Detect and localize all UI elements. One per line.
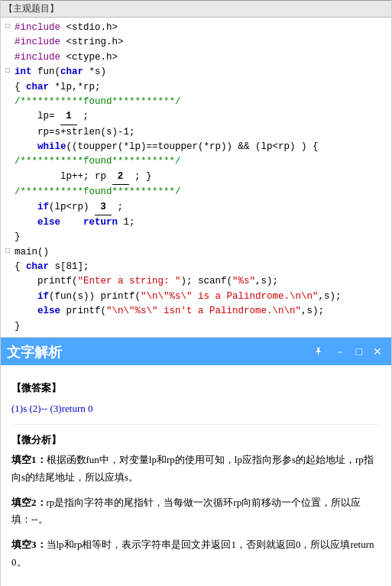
- code-comment: /***********found***********/: [15, 185, 181, 199]
- code-line: #include <ctype.h>: [5, 50, 387, 65]
- code-text: else return 1;: [15, 215, 135, 230]
- blank2-text: rp是指向字符串的尾指针，当每做一次循环rp向前移动一个位置，所以应填：--。: [11, 497, 361, 526]
- code-text: while((toupper(*lp)==toupper(*rp)) && (l…: [15, 140, 319, 154]
- micro-answer-content: (1)s (2)-- (3)return 0: [11, 400, 381, 417]
- code-line: /***********found***********/: [5, 185, 387, 199]
- code-text: #include <stdio.h>: [15, 21, 118, 35]
- code-line: □ #include <stdio.h>: [5, 21, 387, 35]
- code-line: if(lp<rp) 3 ;: [5, 200, 387, 215]
- blank1-label: 填空1：: [11, 454, 47, 465]
- collapse-icon[interactable]: □: [5, 21, 13, 33]
- code-text: }: [15, 230, 21, 244]
- code-line: printf("Enter a string: "); scanf("%s",s…: [5, 274, 387, 289]
- code-title-label: 【主观题目】: [4, 3, 59, 14]
- code-line: while((toupper(*lp)==toupper(*rp)) && (l…: [5, 140, 387, 154]
- code-body: □ #include <stdio.h> #include <string.h>…: [1, 18, 391, 337]
- code-line: lp= 1 ;: [5, 109, 387, 125]
- code-comment: /***********found***********/: [15, 95, 181, 109]
- analysis-blank1: 填空1：根据函数fun中，对变量lp和rp的使用可知，lp应指向形参s的起始地址…: [11, 452, 381, 487]
- pin-button[interactable]: 🖈: [310, 346, 327, 358]
- code-text: lp= 1 ;: [15, 109, 89, 125]
- code-text: rp=s+strlen(s)-1;: [15, 125, 135, 140]
- code-text: { char *lp,*rp;: [15, 80, 101, 95]
- code-line: }: [5, 230, 387, 244]
- micro-answer-title: 【微答案】: [11, 379, 381, 397]
- code-line: if(fun(s)) printf("\n\"%s\" is a Palindr…: [5, 290, 387, 304]
- analysis-section: 文字解析 🖈 － □ ✕ 【微答案】 (1)s (2)-- (3)return …: [0, 338, 392, 586]
- code-line: /***********found***********/: [5, 95, 387, 109]
- analysis-controls: 🖈 － □ ✕: [310, 345, 385, 359]
- analysis-blank3: 填空3：当lp和rp相等时，表示字符串是回文并返回1，否则就返回0，所以应填re…: [11, 536, 381, 571]
- code-line: #include <string.h>: [5, 35, 387, 50]
- divider: [11, 424, 381, 425]
- code-text: if(fun(s)) printf("\n\"%s\" is a Palindr…: [15, 290, 342, 304]
- code-text: int fun(char *s): [15, 65, 106, 79]
- code-title-bar: 【主观题目】: [1, 1, 391, 18]
- code-section: 【主观题目】 □ #include <stdio.h> #include <st…: [0, 0, 392, 338]
- blank-3: 3: [95, 200, 112, 215]
- code-line: /***********found***********/: [5, 154, 387, 169]
- code-line: { char *lp,*rp;: [5, 80, 387, 95]
- code-line: { char s[81];: [5, 260, 387, 274]
- blank3-label: 填空3：: [11, 539, 47, 550]
- blank2-label: 填空2：: [11, 497, 47, 508]
- code-line: else printf("\n\"%s\" isn't a Palindrome…: [5, 304, 387, 319]
- close-button[interactable]: ✕: [370, 345, 385, 358]
- blank3-text: 当lp和rp相等时，表示字符串是回文并返回1，否则就返回0，所以应填return…: [11, 539, 374, 568]
- collapse-icon[interactable]: □: [5, 245, 13, 257]
- analysis-body: 【微答案】 (1)s (2)-- (3)return 0 【微分析】 填空1：根…: [1, 365, 391, 586]
- code-line: else return 1;: [5, 215, 387, 230]
- code-text: #include <string.h>: [15, 35, 124, 50]
- blank1-text: 根据函数fun中，对变量lp和rp的使用可知，lp应指向形参s的起始地址，rp指…: [11, 454, 374, 483]
- code-comment: /***********found***********/: [15, 154, 181, 169]
- minimize-button[interactable]: －: [332, 345, 348, 359]
- code-text: }: [15, 319, 21, 334]
- code-line: rp=s+strlen(s)-1;: [5, 125, 387, 140]
- code-line: lp++; rp 2 ; }: [5, 170, 387, 185]
- code-text: #include <ctype.h>: [15, 50, 118, 65]
- code-line: □ int fun(char *s): [5, 65, 387, 79]
- code-text: printf("Enter a string: "); scanf("%s",s…: [15, 274, 278, 289]
- code-text: if(lp<rp) 3 ;: [15, 200, 123, 215]
- code-line: }: [5, 319, 387, 334]
- code-text: else printf("\n\"%s\" isn't a Palindrome…: [15, 304, 324, 319]
- analysis-title: 文字解析: [7, 343, 62, 361]
- code-text: lp++; rp 2 ; }: [15, 170, 152, 185]
- blank-2: 2: [112, 170, 129, 185]
- restore-button[interactable]: □: [353, 346, 365, 358]
- analysis-blank2: 填空2：rp是指向字符串的尾指针，当每做一次循环rp向前移动一个位置，所以应填：…: [11, 494, 381, 529]
- analysis-header: 文字解析 🖈 － □ ✕: [1, 339, 391, 365]
- code-text: { char s[81];: [15, 260, 89, 274]
- code-line: □ main(): [5, 245, 387, 260]
- micro-analysis-title: 【微分析】: [11, 431, 381, 448]
- blank-1: 1: [60, 109, 77, 125]
- collapse-icon[interactable]: □: [5, 65, 13, 77]
- code-text: main(): [15, 245, 49, 260]
